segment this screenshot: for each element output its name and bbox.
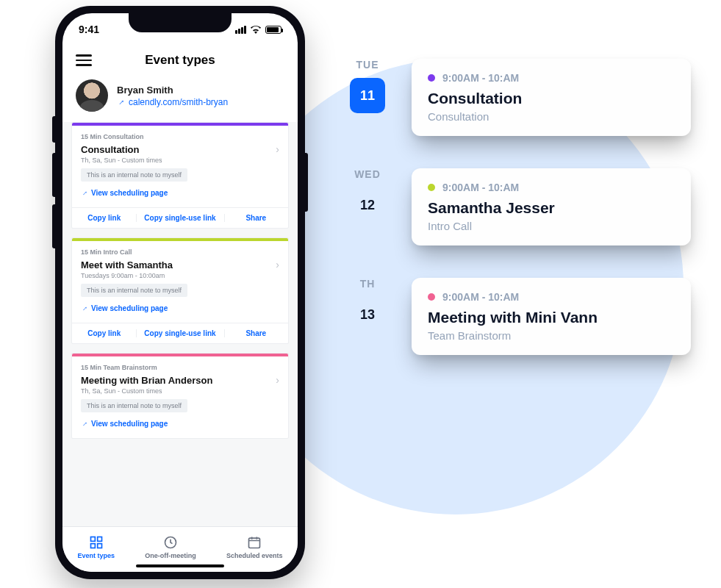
color-dot [428, 184, 435, 191]
meeting-card[interactable]: 9:00AM - 10:AM Meeting with Mini Vann Te… [412, 278, 691, 355]
card-title: Meeting with Brian Anderson [81, 375, 212, 386]
card-meta: 15 Min Intro Call [81, 248, 279, 256]
profile-section: Bryan Smith → calendly.com/smith-bryan [62, 75, 298, 122]
view-scheduling-link[interactable]: → View scheduling page [81, 186, 279, 203]
day-of-week: WED [345, 168, 390, 180]
meeting-time: 9:00AM - 10:AM [442, 72, 519, 84]
day-column[interactable]: WED 12 [345, 168, 390, 223]
meeting-card[interactable]: 9:00AM - 10:AM Samantha Jesser Intro Cal… [412, 168, 691, 245]
page-title: Event types [145, 53, 215, 68]
phone-screen: 9:41 Event types Bryan Smith → calendly.… [62, 13, 298, 572]
day-number: 13 [350, 297, 385, 332]
card-title: Consultation [81, 144, 139, 155]
card-note: This is an internal note to myself [81, 168, 187, 182]
schedule-list: TUE 11 9:00AM - 10:AM Consultation Consu… [345, 59, 691, 355]
card-note: This is an internal note to myself [81, 399, 187, 412]
card-schedule: Th, Sa, Sun - Custom times [81, 157, 279, 164]
status-time: 9:41 [79, 24, 99, 35]
external-link-icon: → [79, 418, 90, 429]
svg-rect-1 [97, 537, 101, 542]
day-of-week: TUE [345, 59, 390, 71]
share-button[interactable]: Share [224, 323, 288, 343]
tab-one-off-meeting[interactable]: One-off-meeting [145, 535, 196, 559]
schedule-row: WED 12 9:00AM - 10:AM Samantha Jesser In… [345, 168, 691, 245]
svg-rect-5 [249, 538, 260, 548]
chevron-right-icon[interactable]: › [276, 143, 279, 155]
meeting-title: Samantha Jesser [428, 199, 675, 217]
svg-rect-2 [90, 544, 95, 548]
phone-notch [129, 13, 232, 32]
grid-icon [89, 535, 104, 550]
calendar-icon [247, 535, 262, 550]
day-number: 11 [350, 78, 385, 113]
tab-scheduled-events[interactable]: Scheduled events [226, 535, 283, 559]
meeting-time: 9:00AM - 10:AM [442, 291, 519, 303]
card-meta: 15 Min Consultation [81, 133, 279, 140]
meeting-card[interactable]: 9:00AM - 10:AM Consultation Consultation [412, 59, 691, 136]
wifi-icon [250, 25, 262, 34]
view-scheduling-link[interactable]: → View scheduling page [81, 417, 279, 434]
menu-icon[interactable] [76, 51, 92, 69]
event-type-list: 15 Min Consultation Consultation › Th, S… [62, 122, 298, 526]
share-button[interactable]: Share [224, 208, 288, 228]
schedule-row: TH 13 9:00AM - 10:AM Meeting with Mini V… [345, 278, 691, 355]
external-link-icon: → [115, 95, 128, 108]
chevron-right-icon[interactable]: › [276, 259, 279, 270]
meeting-title: Consultation [428, 90, 675, 107]
day-number: 12 [350, 187, 385, 223]
color-dot [428, 293, 435, 301]
phone-frame: 9:41 Event types Bryan Smith → calendly.… [55, 6, 305, 579]
external-link-icon: → [79, 187, 90, 198]
card-schedule: Tuesdays 9:00am - 10:00am [81, 272, 279, 279]
signal-icon [235, 26, 246, 34]
color-dot [428, 74, 435, 82]
card-meta: 15 Min Team Brainstorm [81, 364, 279, 371]
event-card[interactable]: 15 Min Team Brainstorm Meeting with Bria… [71, 353, 289, 439]
meeting-time: 9:00AM - 10:AM [442, 182, 519, 193]
avatar[interactable] [76, 79, 108, 112]
meeting-subtitle: Intro Call [428, 220, 675, 232]
chevron-right-icon[interactable]: › [276, 374, 279, 386]
view-scheduling-link[interactable]: → View scheduling page [81, 301, 279, 318]
battery-icon [265, 26, 281, 34]
top-nav: Event types [62, 46, 298, 75]
copy-link-button[interactable]: Copy link [72, 323, 136, 343]
card-note: This is an internal note to myself [81, 284, 187, 297]
svg-rect-3 [97, 544, 101, 548]
meeting-subtitle: Consultation [428, 110, 675, 123]
copy-link-button[interactable]: Copy link [72, 208, 136, 228]
copy-single-use-link-button[interactable]: Copy single-use link [136, 323, 223, 343]
day-column[interactable]: TH 13 [345, 278, 390, 332]
card-title: Meet with Samantha [81, 259, 173, 270]
home-indicator [136, 564, 224, 567]
card-schedule: Th, Sa, Sun - Custom times [81, 387, 279, 395]
tab-event-types[interactable]: Event types [78, 535, 115, 559]
meeting-title: Meeting with Mini Vann [428, 309, 675, 326]
external-link-icon: → [79, 303, 90, 314]
svg-rect-0 [90, 537, 95, 542]
event-card[interactable]: 15 Min Consultation Consultation › Th, S… [71, 122, 289, 229]
profile-name: Bryan Smith [117, 85, 228, 96]
profile-link[interactable]: → calendly.com/smith-bryan [117, 97, 228, 107]
event-card[interactable]: 15 Min Intro Call Meet with Samantha › T… [71, 237, 289, 344]
day-of-week: TH [345, 278, 390, 290]
clock-icon [163, 535, 178, 550]
day-column[interactable]: TUE 11 [345, 59, 390, 113]
copy-single-use-link-button[interactable]: Copy single-use link [136, 208, 223, 228]
meeting-subtitle: Team Brainstorm [428, 329, 675, 342]
schedule-row: TUE 11 9:00AM - 10:AM Consultation Consu… [345, 59, 691, 136]
